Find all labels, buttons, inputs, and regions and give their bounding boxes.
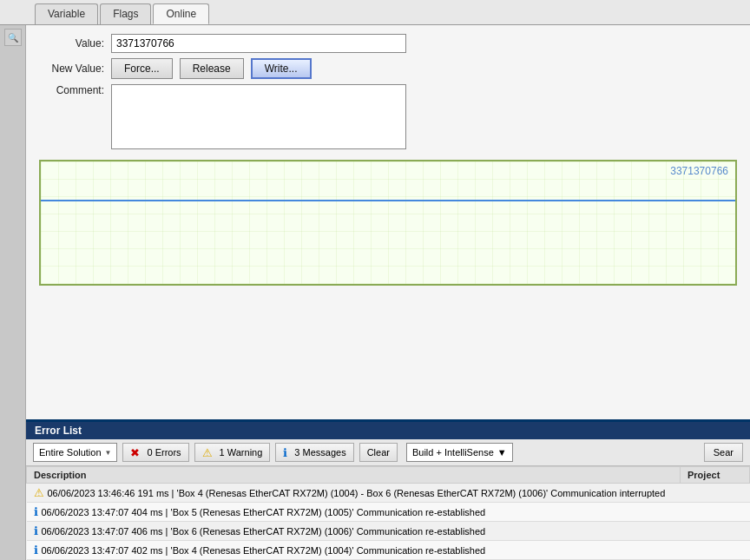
errors-count: 0 Errors — [147, 447, 181, 458]
messages-count: 3 Messages — [294, 447, 345, 458]
comment-row: Comment: — [39, 84, 737, 149]
comment-label: Comment: — [39, 84, 104, 96]
error-list-section: Error List Entire Solution ▼ ✖ 0 Errors — [26, 419, 750, 560]
chart-container: 3371370766 — [39, 160, 737, 286]
filter-arrow-icon: ▼ — [105, 449, 112, 457]
sidebar-search-icon[interactable]: 🔍 — [4, 29, 22, 46]
clear-button[interactable]: Clear — [359, 443, 398, 462]
info-row-icon: ℹ — [34, 505, 38, 518]
error-list-header: Error List — [26, 422, 750, 439]
write-button[interactable]: Write... — [251, 58, 312, 79]
warning-row-icon: ⚠ — [34, 486, 44, 499]
build-label: Build + IntelliSense — [412, 447, 494, 458]
build-arrow-icon: ▼ — [497, 447, 507, 458]
row-description: ℹ06/06/2023 13:47:07 406 ms | 'Box 6 (Re… — [27, 522, 681, 541]
warning-icon: ⚠ — [202, 446, 213, 459]
filter-dropdown[interactable]: Entire Solution ▼ — [33, 443, 117, 462]
chart-value-label: 3371370766 — [670, 165, 728, 177]
warnings-button[interactable]: ⚠ 1 Warning — [194, 443, 271, 462]
error-table-container: Description Project ⚠06/06/2023 13:46:46… — [26, 466, 750, 560]
col-project: Project — [681, 467, 750, 484]
error-table: Description Project ⚠06/06/2023 13:46:46… — [26, 466, 750, 560]
table-row: ℹ06/06/2023 13:47:07 404 ms | 'Box 5 (Re… — [27, 503, 750, 522]
tab-bar: Variable Flags Online — [0, 0, 750, 25]
row-description: ⚠06/06/2023 13:46:46 191 ms | 'Box 4 (Re… — [27, 484, 681, 503]
search-button[interactable]: Sear — [704, 443, 743, 462]
row-project — [681, 522, 750, 541]
error-icon: ✖ — [130, 446, 140, 459]
chart-grid-svg — [41, 161, 735, 284]
comment-textarea[interactable] — [111, 84, 406, 149]
wrapper: 🔍 Value: New Value: Force... Release Wri… — [0, 25, 750, 560]
tab-flags[interactable]: Flags — [100, 3, 151, 24]
row-description: ℹ06/06/2023 13:47:07 402 ms | 'Box 4 (Re… — [27, 541, 681, 560]
main-container: Variable Flags Online 🔍 Value: New Value… — [0, 0, 750, 560]
main-area: Value: New Value: Force... Release Write… — [26, 25, 750, 560]
row-description: ℹ06/06/2023 13:47:07 404 ms | 'Box 5 (Re… — [27, 503, 681, 522]
value-row: Value: — [39, 34, 737, 53]
messages-button[interactable]: ℹ 3 Messages — [275, 443, 353, 462]
col-description: Description — [27, 467, 681, 484]
row-project — [681, 503, 750, 522]
table-row: ℹ06/06/2023 13:47:07 406 ms | 'Box 6 (Re… — [27, 522, 750, 541]
warnings-count: 1 Warning — [220, 447, 263, 458]
sidebar-area: 🔍 — [0, 25, 26, 560]
value-label: Value: — [39, 37, 104, 49]
force-button[interactable]: Force... — [111, 58, 173, 79]
row-project — [681, 541, 750, 560]
errors-button[interactable]: ✖ 0 Errors — [122, 443, 188, 462]
tab-variable[interactable]: Variable — [35, 3, 98, 24]
svg-rect-0 — [41, 161, 735, 284]
info-row-icon: ℹ — [34, 544, 38, 557]
value-input[interactable] — [111, 34, 406, 53]
build-dropdown[interactable]: Build + IntelliSense ▼ — [406, 443, 513, 462]
filter-label: Entire Solution — [39, 447, 102, 458]
table-row: ℹ06/06/2023 13:47:07 402 ms | 'Box 4 (Re… — [27, 541, 750, 560]
new-value-row: New Value: Force... Release Write... — [39, 58, 737, 79]
online-content: Value: New Value: Force... Release Write… — [26, 25, 750, 419]
error-toolbar: Entire Solution ▼ ✖ 0 Errors ⚠ 1 Warning — [26, 439, 750, 466]
info-icon: ℹ — [283, 446, 287, 459]
row-project — [681, 484, 750, 503]
new-value-label: New Value: — [39, 63, 104, 75]
table-row: ⚠06/06/2023 13:46:46 191 ms | 'Box 4 (Re… — [27, 484, 750, 503]
tab-online[interactable]: Online — [153, 3, 209, 24]
release-button[interactable]: Release — [180, 58, 244, 79]
info-row-icon: ℹ — [34, 524, 38, 537]
